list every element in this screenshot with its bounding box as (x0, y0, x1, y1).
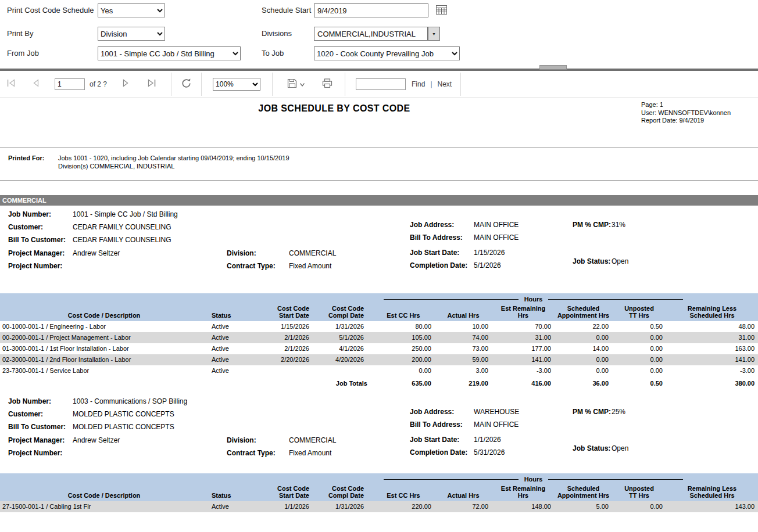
cell-actual-hrs: 74.00 (435, 332, 492, 343)
hours-group-label: Hours (524, 296, 543, 303)
field-value-job-status: Open (612, 444, 628, 452)
cell-est-remaining-hrs: -3.00 (492, 365, 555, 376)
report-viewer-app: Print Cost Code Schedule Yes Schedule St… (0, 0, 758, 532)
hours-left-line (384, 479, 519, 480)
cell-cost-code: 23-7300-001-1 / Service Labor (0, 365, 208, 376)
field-label-bill-to-address: Bill To Address: (410, 420, 463, 429)
cell-start-date: 1/15/2026 (265, 321, 317, 332)
report-date-label: Report Date: 9/4/2019 (641, 117, 731, 125)
find-input[interactable] (356, 78, 406, 90)
cell-cost-code: 02-3000-001-1 / 2nd Floor Installation -… (0, 354, 208, 365)
user-label: User: WENNSOFTDEV\konnen (641, 109, 731, 117)
cell-scheduled-appt-hrs: 22.00 (555, 321, 612, 332)
cell-scheduled-appt-hrs: 0.00 (555, 365, 612, 376)
field-value-job-address: MAIN OFFICE (474, 221, 519, 229)
zoom-select[interactable]: 100% (213, 78, 260, 91)
field-label-project-manager: Project Manager: (8, 249, 65, 257)
schedule-start-label: Schedule Start (262, 6, 311, 15)
chevron-down-icon: ▼ (432, 32, 436, 36)
cost-code-table: Hours Cost Code / Description Status Cos… (0, 293, 758, 389)
parameter-panel: Print Cost Code Schedule Yes Schedule St… (0, 0, 758, 65)
cell-est-cc-hrs: 80.00 (372, 321, 435, 332)
table-row: 01-3000-001-1 / 1st Floor Installation -… (0, 343, 758, 354)
table-header: Hours Cost Code / Description Status Cos… (0, 293, 758, 321)
save-icon (287, 78, 297, 90)
cell-compl-date: 5/1/2026 (317, 332, 372, 343)
to-job-select[interactable]: 1020 - Cook County Prevailing Job (314, 46, 460, 60)
field-value-bill-to-address: MAIN OFFICE (474, 420, 519, 429)
cell-status: Active (208, 365, 265, 376)
field-label-pm-pct-cmp: PM % CMP: (573, 221, 611, 229)
total-est-remaining-hrs: 416.00 (492, 376, 555, 389)
field-label-pm-pct-cmp: PM % CMP: (573, 408, 611, 416)
find-link[interactable]: Find (412, 80, 425, 88)
cell-cost-code: 01-3000-001-1 / 1st Floor Installation -… (0, 343, 208, 354)
job-header-block: Job Number: 1001 - Simple CC Job / Std B… (0, 206, 758, 280)
col-header-cost-code: Cost Code / Description (0, 485, 208, 501)
cell-cost-code: 00-2000-001-1 / Project Management - Lab… (0, 332, 208, 343)
cell-est-remaining-hrs: 148.00 (492, 501, 555, 512)
first-page-button[interactable] (5, 78, 17, 90)
col-header-actual-hrs: Actual Hrs (435, 305, 492, 321)
export-button[interactable] (285, 77, 306, 91)
splitter-handle[interactable] (539, 65, 567, 70)
col-header-start-date: Cost Code Start Date (265, 305, 317, 321)
print-by-select[interactable]: Division (98, 27, 165, 41)
field-value-completion-date: 5/31/2026 (474, 448, 505, 456)
field-label-job-number: Job Number: (8, 397, 51, 405)
params-report-splitter[interactable] (0, 65, 758, 71)
field-label-contract-type: Contract Type: (227, 262, 276, 270)
printed-for-label: Printed For: (8, 154, 44, 161)
schedule-start-input[interactable] (314, 3, 428, 17)
field-value-customer: CEDAR FAMILY COUNSELING (73, 223, 171, 231)
field-label-job-start-date: Job Start Date: (410, 436, 459, 444)
chevron-down-icon (300, 80, 305, 88)
previous-page-button[interactable] (31, 78, 41, 90)
cell-compl-date: 1/31/2026 (317, 321, 372, 332)
cell-status: Active (208, 343, 265, 354)
print-cost-code-schedule-select[interactable]: Yes (98, 3, 165, 17)
col-header-est-remaining-hrs: Est Remaining Hrs (492, 485, 555, 501)
cell-actual-hrs: 72.00 (435, 501, 492, 512)
from-job-select[interactable]: 1001 - Simple CC Job / Std Billing (98, 46, 241, 60)
divider (0, 180, 758, 181)
field-label-completion-date: Completion Date: (410, 261, 467, 269)
find-next-separator: | (430, 80, 432, 88)
divisions-input[interactable] (314, 27, 428, 41)
print-button[interactable] (320, 77, 334, 91)
field-label-bill-to-customer: Bill To Customer: (8, 236, 66, 244)
schedule-start-calendar-button[interactable] (435, 5, 448, 16)
table-row: 23-7300-001-1 / Service Labor Active 0.0… (0, 365, 758, 376)
field-value-division: COMMERCIAL (289, 249, 336, 257)
page-number-label: Page: 1 (641, 101, 731, 109)
field-value-bill-to-address: MAIN OFFICE (474, 233, 519, 242)
section-header-commercial: COMMERCIAL (0, 195, 758, 206)
refresh-button[interactable] (179, 77, 194, 92)
field-label-bill-to-customer: Bill To Customer: (8, 423, 66, 431)
cell-start-date: 2/1/2026 (265, 343, 317, 354)
field-label-customer: Customer: (8, 223, 43, 231)
table-row: 02-3000-001-1 / 2nd Floor Installation -… (0, 354, 758, 365)
last-page-button[interactable] (145, 78, 158, 90)
field-label-job-address: Job Address: (410, 221, 454, 229)
cell-scheduled-appt-hrs: 0.00 (555, 354, 612, 365)
next-page-button[interactable] (121, 78, 130, 90)
col-header-est-remaining-hrs: Est Remaining Hrs (492, 305, 555, 321)
last-page-icon (147, 79, 156, 89)
cell-start-date: 1/1/2026 (265, 501, 317, 512)
job-header-block: Job Number: 1003 - Communications / SOP … (0, 393, 758, 467)
total-actual-hrs: 219.00 (435, 376, 492, 389)
field-label-project-number: Project Number: (8, 262, 62, 270)
find-next-link[interactable]: Next (438, 80, 452, 88)
cell-compl-date: 4/20/2026 (317, 354, 372, 365)
divisions-dropdown-button[interactable]: ▼ (428, 27, 440, 41)
hours-left-line (384, 299, 519, 300)
field-value-bill-to-customer: CEDAR FAMILY COUNSELING (73, 236, 171, 244)
col-header-remaining-less-scheduled: Remaining Less Scheduled Hrs (666, 485, 758, 501)
cell-unposted-tt-hrs: 0.00 (612, 354, 666, 365)
table-header: Hours Cost Code / Description Status Cos… (0, 473, 758, 501)
field-value-job-address: WAREHOUSE (474, 408, 519, 416)
page-number-input[interactable] (55, 78, 85, 90)
calendar-icon (436, 8, 447, 16)
hours-group-label: Hours (524, 476, 543, 483)
